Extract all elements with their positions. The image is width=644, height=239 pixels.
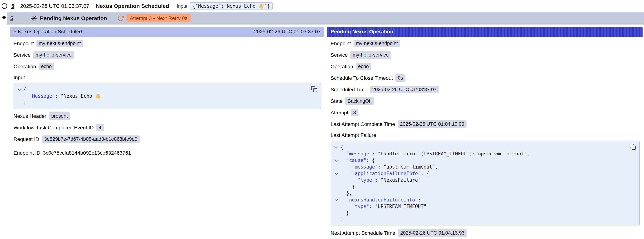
- event-row-pending[interactable]: 5 Pending Nexus Operation Attempt 3 • Ne…: [7, 12, 644, 24]
- field-row-endpoint: Endpoint my-nexus-endpoint: [14, 38, 321, 49]
- pending-event-id-link[interactable]: 5: [10, 15, 13, 22]
- scheduled-panel-timestamp: 2025-02-26 UTC 01:03:37.07: [254, 29, 321, 34]
- field-label: Workflow Task Completed Event ID: [14, 125, 94, 131]
- fold-toggle[interactable]: [332, 170, 340, 177]
- event-row-scheduled[interactable]: 5 2025-02-26 UTC 01:03:37.07 Nexus Opera…: [10, 0, 644, 12]
- field-label: Endpoint: [330, 41, 351, 46]
- field-label: Scheduled Time: [330, 87, 368, 92]
- event-id-link[interactable]: 5: [11, 3, 14, 9]
- fold-toggle[interactable]: [332, 157, 340, 164]
- field-label: Request ID: [14, 136, 39, 142]
- fold-gutter: [332, 183, 340, 190]
- field-value-chip: my-nexus-endpoint: [36, 40, 83, 47]
- field-label: Next Attempt Schedule Time: [330, 230, 395, 236]
- field-row-attempt: Attempt 3: [330, 107, 640, 118]
- code-line-text: "applicationFailureInfo": {: [340, 170, 429, 177]
- scheduled-panel-title: 5 Nexus Operation Scheduled: [14, 29, 82, 34]
- field-label: Attempt: [330, 110, 348, 116]
- code-line-text: },: [340, 190, 352, 196]
- scheduled-panel-header: 5 Nexus Operation Scheduled 2025-02-26 U…: [10, 27, 324, 36]
- field-label: Endpoint: [14, 41, 34, 46]
- field-row-operation: Operation echo: [330, 61, 640, 72]
- copy-icon: [629, 144, 636, 150]
- field-value-chip: 2025-02-26 UTC 01:04:13.93: [398, 229, 467, 237]
- field-row-next-attempt-schedule-time: Next Attempt Schedule Time 2025-02-26 UT…: [330, 227, 640, 239]
- fold-toggle[interactable]: [15, 86, 24, 93]
- input-preview-chip[interactable]: {"Message":"Nexus Echo 👋"}: [190, 2, 272, 10]
- fold-gutter: [332, 210, 340, 216]
- field-row-endpoint-id: Endpoint ID 3c0c75ccfa8144b092c13ce63246…: [14, 147, 321, 159]
- code-line-text: "type": "NexusFailure": [340, 177, 421, 183]
- field-value-chip: 4: [96, 124, 104, 132]
- field-label: Endpoint ID: [14, 150, 40, 156]
- field-row-request-id: Request ID 3e829b7e-7d67-4b08-aad3-b1e86…: [14, 134, 321, 145]
- failure-code-block: { "message": "handler error (UPSTREAM_TI…: [330, 140, 640, 226]
- field-row-operation: Operation echo: [14, 61, 321, 72]
- fold-gutter: [332, 216, 340, 223]
- field-value-chip: 2025-02-26 UTC 01:04:10.09: [398, 120, 466, 128]
- field-value-chip: present: [49, 112, 70, 120]
- code-line-text: "nexusHandlerFailureInfo": {: [340, 196, 426, 203]
- field-label: Schedule To Close Timeout: [330, 75, 393, 81]
- field-label: Last Attempt Complete Time: [330, 121, 395, 127]
- field-row-state: State BackingOff: [330, 95, 640, 107]
- field-label: Service: [330, 52, 348, 58]
- field-value-chip: 3e829b7e-7d67-4b08-aad3-b1e868bfe9e0: [42, 136, 140, 143]
- field-row-service: Service my-hello-service: [14, 49, 321, 61]
- last-attempt-failure-label: Last Attempt Failure: [330, 130, 640, 140]
- chevron-down-icon: [17, 87, 21, 90]
- field-row-last-attempt-complete-time: Last Attempt Complete Time 2025-02-26 UT…: [330, 118, 640, 130]
- pending-operation-panel: Pending Nexus Operation Endpoint my-nexu…: [327, 27, 642, 239]
- field-label: Operation: [14, 64, 36, 70]
- scheduled-event-panel: 5 Nexus Operation Scheduled 2025-02-26 U…: [10, 27, 324, 159]
- chevron-down-icon: [334, 171, 338, 174]
- field-label: Operation: [330, 64, 353, 70]
- code-line-text: {: [24, 86, 26, 93]
- retry-icon: [117, 15, 124, 22]
- code-line-text: }: [340, 216, 344, 223]
- field-value-chip: my-hello-service: [33, 51, 74, 59]
- copy-icon: [311, 86, 318, 93]
- event-detail-panels: 5 Nexus Operation Scheduled 2025-02-26 U…: [10, 27, 642, 239]
- retry-attempt-badge: Attempt 3 • Next Retry 0s: [126, 14, 191, 22]
- field-label: State: [330, 98, 342, 104]
- input-code-block: { "Message": "Nexus Echo 👋"}: [14, 83, 321, 109]
- field-row-nexus-header: Nexus Header present: [14, 110, 321, 122]
- pending-panel-header: Pending Nexus Operation: [327, 27, 642, 36]
- field-value-chip: 2025-02-26 UTC 01:03:37.07: [370, 86, 439, 93]
- code-line-text: }: [340, 183, 355, 190]
- field-label: Service: [14, 52, 30, 58]
- event-timestamp: 2025-02-26 UTC 01:03:37.07: [20, 3, 89, 9]
- fold-gutter: [332, 150, 340, 157]
- field-row-schedule-to-close-timeout: Schedule To Close Timeout 0s: [330, 72, 640, 84]
- event-title: Nexus Operation Scheduled: [96, 3, 169, 9]
- code-line-text: "Message": "Nexus Echo 👋": [24, 93, 104, 99]
- chevron-down-icon: [334, 144, 338, 148]
- field-value-chip: 3: [351, 109, 358, 116]
- field-row-scheduled-time: Scheduled Time 2025-02-26 UTC 01:03:37.0…: [330, 84, 640, 95]
- code-line-text: "type": "UPSTREAM_TIMEOUT": [340, 203, 426, 210]
- field-row-endpoint: Endpoint my-nexus-endpoint: [330, 38, 640, 49]
- fold-toggle[interactable]: [332, 144, 340, 150]
- event-marker-dot-icon: [2, 16, 6, 19]
- code-line-text: "message": "upstream timeout",: [340, 164, 438, 170]
- field-label: Nexus Header: [14, 113, 46, 119]
- endpoint-id-link[interactable]: 3c0c75ccfa8144b092c13ce632463761: [43, 150, 131, 156]
- event-timeline: [0, 0, 10, 29]
- fold-toggle[interactable]: [332, 196, 340, 203]
- fold-gutter: [332, 203, 340, 210]
- field-value-chip: my-nexus-endpoint: [354, 40, 400, 47]
- fold-gutter: [15, 93, 24, 99]
- fold-gutter: [15, 99, 24, 106]
- event-history-page: 5 2025-02-26 UTC 01:03:37.07 Nexus Opera…: [0, 0, 644, 239]
- code-line-text: "message": "handler error (UPSTREAM_TIME…: [340, 150, 530, 157]
- fold-gutter: [332, 177, 340, 183]
- copy-button[interactable]: [629, 144, 636, 150]
- pending-panel-title: Pending Nexus Operation: [330, 29, 393, 34]
- field-value-chip: echo: [39, 63, 54, 70]
- field-value-chip: my-hello-service: [350, 51, 391, 59]
- copy-button[interactable]: [311, 86, 318, 93]
- code-line-text: {: [340, 144, 344, 150]
- field-row-service: Service my-hello-service: [330, 49, 640, 61]
- state-badge: BackingOff: [345, 97, 374, 105]
